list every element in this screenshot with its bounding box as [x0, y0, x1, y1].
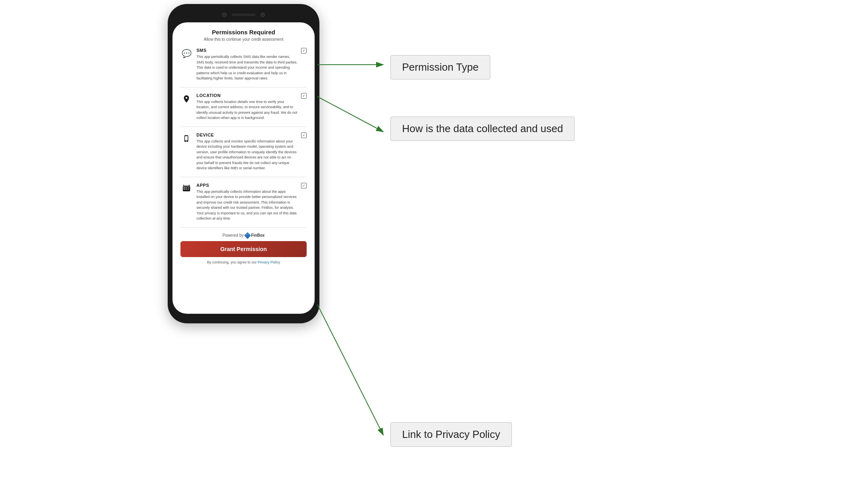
finbox-logo: FinBox: [245, 233, 265, 238]
permission-item-device: DEVICE This app collects and monitor spe…: [180, 133, 307, 177]
page-subtitle: Allow this to continue your credit asses…: [180, 37, 307, 42]
phone-screen: Permissions Required Allow this to conti…: [172, 22, 315, 314]
powered-by-label: Powered by: [222, 233, 244, 238]
privacy-prefix: By continuing, you agree to our: [207, 260, 257, 264]
grant-permission-button[interactable]: Grant Permission: [180, 241, 307, 257]
finbox-brand-name: FinBox: [251, 233, 265, 238]
apps-checkbox[interactable]: [301, 183, 307, 188]
annotation-data-collected: How is the data collected and used: [390, 117, 575, 141]
svg-line-2: [317, 305, 383, 435]
location-checkbox[interactable]: [301, 93, 307, 99]
permission-body-sms: SMS This app periodically collects SMS d…: [196, 48, 307, 81]
annotation-privacy-policy: Link to Privacy Policy: [390, 422, 512, 447]
phone-content: Permissions Required Allow this to conti…: [172, 22, 315, 314]
phone-frame: Permissions Required Allow this to conti…: [168, 4, 319, 323]
permission-body-apps: APPS This app periodically collects info…: [196, 183, 307, 222]
svg-line-1: [317, 97, 383, 132]
permission-item-apps: APPS This app periodically collects info…: [180, 183, 307, 228]
camera-icon-2: [260, 12, 265, 17]
device-type-label: DEVICE: [196, 133, 307, 137]
sms-checkbox[interactable]: [301, 48, 307, 53]
powered-by: Powered by FinBox: [180, 233, 307, 238]
finbox-diamond-icon: [244, 232, 251, 239]
page-title: Permissions Required: [180, 29, 307, 36]
privacy-policy-link[interactable]: Privacy Policy: [258, 260, 280, 264]
annotation-permission-type: Permission Type: [390, 55, 490, 79]
location-type-label: LOCATION: [196, 93, 307, 98]
annotation-permission-type-label: Permission Type: [402, 61, 479, 73]
camera-icon: [222, 12, 227, 17]
device-description: This app collects and monitor specific i…: [196, 139, 307, 171]
sms-type-label: SMS: [196, 48, 307, 53]
location-icon: [180, 94, 192, 104]
sms-icon: 💬: [180, 49, 192, 58]
location-description: This app collects location details one t…: [196, 99, 307, 121]
permission-item-sms: 💬 SMS This app periodically collects SMS…: [180, 48, 307, 87]
permission-body-location: LOCATION This app collects location deta…: [196, 93, 307, 121]
device-checkbox[interactable]: [301, 133, 307, 138]
phone-notch: [172, 9, 315, 21]
permission-item-location: LOCATION This app collects location deta…: [180, 93, 307, 127]
permission-body-device: DEVICE This app collects and monitor spe…: [196, 133, 307, 171]
apps-description: This app periodically collects informati…: [196, 189, 307, 222]
annotation-data-collected-label: How is the data collected and used: [402, 123, 563, 135]
annotation-privacy-policy-label: Link to Privacy Policy: [402, 428, 500, 440]
apps-type-label: APPS: [196, 183, 307, 188]
privacy-notice: By continuing, you agree to our Privacy …: [180, 260, 307, 264]
device-icon: [180, 133, 192, 144]
apps-icon: [180, 184, 192, 192]
sms-description: This app periodically collects SMS data …: [196, 54, 307, 81]
speaker-icon: [232, 14, 256, 16]
